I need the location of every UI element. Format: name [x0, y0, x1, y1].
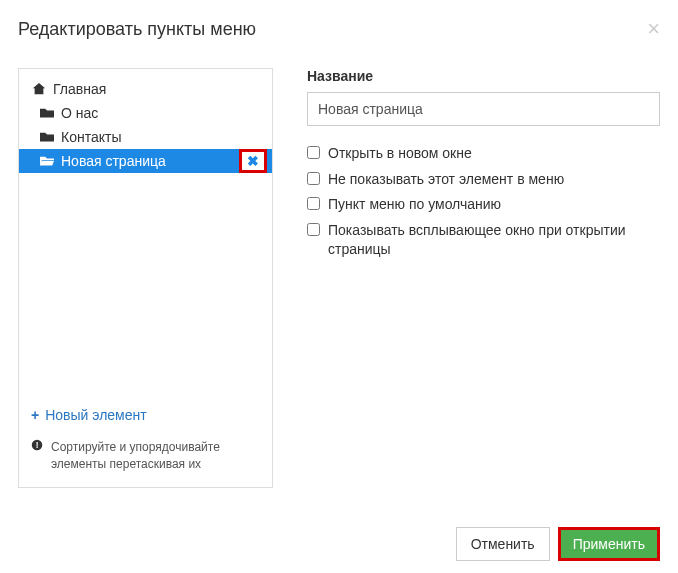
tree-item-label: Новая страница: [61, 153, 166, 169]
tree-item-label: О нас: [61, 105, 98, 121]
name-input[interactable]: [307, 92, 660, 126]
modal-title: Редактировать пункты меню: [18, 19, 256, 40]
option-new-window[interactable]: Открыть в новом окне: [307, 144, 660, 164]
sort-hint: ! Сортируйте и упорядочивайте элементы п…: [19, 431, 272, 487]
option-label: Пункт меню по умолчанию: [328, 195, 501, 215]
delete-icon: ✖: [247, 153, 259, 169]
close-icon[interactable]: ×: [647, 18, 660, 40]
tree-item-contacts[interactable]: Контакты: [19, 125, 272, 149]
checkbox-popup[interactable]: [307, 223, 320, 236]
tree-item-home[interactable]: Главная: [19, 77, 272, 101]
tree-item-label: Контакты: [61, 129, 121, 145]
cancel-button[interactable]: Отменить: [456, 527, 550, 561]
item-form: Название Открыть в новом окне Не показыв…: [307, 68, 660, 488]
folder-icon: [39, 129, 55, 145]
modal-header: Редактировать пункты меню ×: [0, 0, 678, 50]
checkbox-new-window[interactable]: [307, 146, 320, 159]
sort-hint-text: Сортируйте и упорядочивайте элементы пер…: [51, 439, 260, 473]
tree-item-label: Главная: [53, 81, 106, 97]
checkbox-hide-item[interactable]: [307, 172, 320, 185]
folder-open-icon: [39, 153, 55, 169]
add-element-label: Новый элемент: [45, 407, 146, 423]
option-label: Открыть в новом окне: [328, 144, 472, 164]
add-element-button[interactable]: + Новый элемент: [19, 399, 272, 431]
folder-icon: [39, 105, 55, 121]
apply-button[interactable]: Применить: [558, 527, 660, 561]
modal-body: Главная О нас Контакты: [0, 50, 678, 506]
option-label: Не показывать этот элемент в меню: [328, 170, 564, 190]
svg-text:!: !: [36, 441, 39, 450]
menu-tree-panel: Главная О нас Контакты: [18, 68, 273, 488]
name-label: Название: [307, 68, 660, 84]
option-label: Показывать всплывающее окно при открытии…: [328, 221, 660, 260]
edit-menu-modal: Редактировать пункты меню × Главная О на…: [0, 0, 678, 506]
modal-footer: Отменить Применить: [456, 527, 660, 561]
option-popup[interactable]: Показывать всплывающее окно при открытии…: [307, 221, 660, 260]
tree-item-about[interactable]: О нас: [19, 101, 272, 125]
option-default[interactable]: Пункт меню по умолчанию: [307, 195, 660, 215]
menu-tree: Главная О нас Контакты: [19, 69, 272, 399]
delete-item-button[interactable]: ✖: [239, 149, 267, 173]
option-hide-item[interactable]: Не показывать этот элемент в меню: [307, 170, 660, 190]
home-icon: [31, 81, 47, 97]
checkbox-default[interactable]: [307, 197, 320, 210]
plus-icon: +: [31, 407, 39, 423]
tree-item-new-page[interactable]: Новая страница ✖: [19, 149, 272, 173]
info-icon: !: [31, 439, 45, 453]
